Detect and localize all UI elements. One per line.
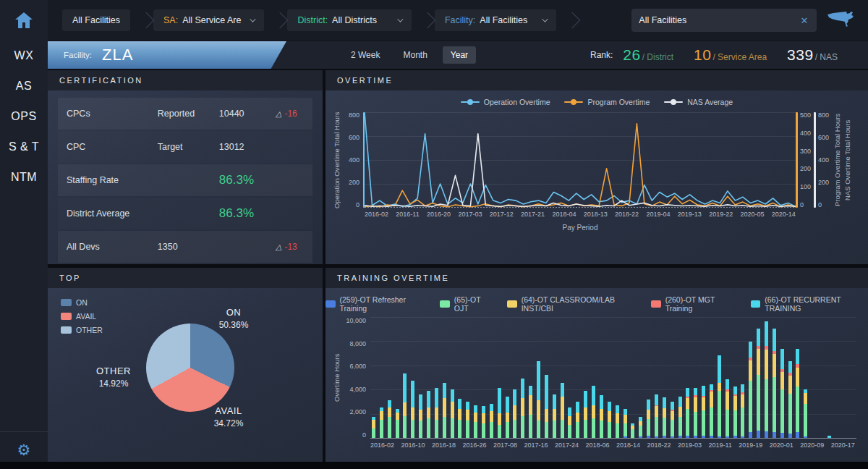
cert-metric-label: District Average <box>67 208 158 219</box>
stacked-bar <box>506 397 509 438</box>
legend-item[interactable]: (65)-OT OJT <box>440 295 493 313</box>
certification-row: District Average86.3% <box>58 198 312 229</box>
bar-segment <box>780 389 784 433</box>
certification-row: CPCsReported10440△-16 <box>58 98 312 130</box>
tab-2week[interactable]: 2 Week <box>343 46 388 64</box>
usa-map-button[interactable] <box>826 9 855 31</box>
legend-item[interactable]: NAS Average <box>664 98 733 106</box>
filter-district[interactable]: District: All Districts <box>287 9 411 31</box>
sidebar-item-ops[interactable]: OPS <box>11 110 36 123</box>
stacked-bar <box>796 349 799 438</box>
legend-label: (260)-OT MGT Training <box>665 295 736 313</box>
tab-year[interactable]: Year <box>443 46 476 64</box>
facility-banner: Facility: ZLA <box>48 41 286 69</box>
bar-segment <box>537 361 540 400</box>
certification-row: Staffing Rate86.3% <box>58 164 312 196</box>
legend-item[interactable]: (259)-OT Refresher Training <box>326 295 425 313</box>
x-axis-ticks: 2016-022016-102016-182016-262017-082017-… <box>370 441 855 449</box>
legend-item[interactable]: Operation Overtime <box>461 98 550 106</box>
bar-segment <box>513 420 516 438</box>
legend-item[interactable]: (260)-OT MGT Training <box>651 295 736 313</box>
bar-segment <box>600 395 603 408</box>
usa-map-icon <box>826 9 855 28</box>
axis-tick: 2017-08 <box>493 441 517 449</box>
bar-segment <box>796 432 799 438</box>
bar-segment <box>584 391 587 408</box>
stacked-bar <box>553 394 556 438</box>
bar-segment <box>608 402 611 411</box>
bar-segment <box>765 350 768 379</box>
stacked-bar <box>396 409 399 438</box>
axis-tick: 2018-22 <box>647 441 671 449</box>
axis-tick: 2016-11 <box>396 211 419 218</box>
bar-segment <box>726 379 729 389</box>
bar-segment <box>435 420 438 438</box>
axis-tick: 400 <box>800 130 814 136</box>
bar-segment <box>498 413 501 424</box>
filter-label: Facility: <box>445 15 475 25</box>
y-axis-label: Program Overtime Total Hours <box>832 112 842 208</box>
filter-all-facilities[interactable]: All Facilities <box>62 9 130 31</box>
cert-sub-label: Reported <box>158 109 219 119</box>
bar-segment <box>749 342 752 358</box>
certification-table: CPCsReported10440△-16CPCTarget13012Staff… <box>48 90 323 263</box>
bar-segment <box>474 405 477 413</box>
bar-segment <box>686 398 689 409</box>
cert-value: 13012 <box>219 142 276 152</box>
facility-bar: Facility: ZLA 2 Week Month Year Rank: 26… <box>48 41 868 69</box>
sidebar-item-ntm[interactable]: NTM <box>11 171 37 184</box>
certification-row: CPCTarget13012 <box>58 131 312 163</box>
settings-gear-icon[interactable]: ⚙ <box>17 442 31 457</box>
line-chart-plot <box>365 112 796 208</box>
stacked-bar <box>749 342 752 438</box>
legend-swatch-icon <box>507 300 517 308</box>
bar-segment <box>443 417 446 438</box>
axis-tick: 4,000 <box>341 386 366 393</box>
sidebar-item-st[interactable]: S & T <box>9 140 39 153</box>
stacked-bar <box>663 397 666 438</box>
bar-segment <box>678 436 682 438</box>
tab-month[interactable]: Month <box>395 46 435 64</box>
legend-item[interactable]: ON <box>61 298 103 307</box>
bar-segment <box>388 400 391 407</box>
cert-value: 86.3% <box>219 206 276 221</box>
legend-swatch-icon <box>651 300 661 308</box>
legend-swatch-icon <box>61 326 72 334</box>
y-axis-ticks: 8006004002000 <box>341 112 363 208</box>
bar-segment <box>396 420 399 438</box>
rank-nas: 339/ NAS <box>787 46 838 64</box>
axis-tick: 2018-22 <box>615 211 639 218</box>
bar-segment <box>773 354 776 377</box>
legend-item[interactable]: (66)-OT RECURRENT TRAINING <box>751 295 868 313</box>
stacked-bar <box>726 379 729 438</box>
certification-panel: CERTIFICATION CPCsReported10440△-16CPCTa… <box>48 70 323 264</box>
filter-facility[interactable]: Facility: All Facilities <box>435 9 556 31</box>
bar-segment <box>482 423 485 438</box>
delta-icon: △ <box>276 109 281 119</box>
legend-item[interactable]: (64)-OT CLASSROOM/LAB INST/CBI <box>507 295 637 313</box>
bar-segment <box>576 422 579 438</box>
axis-tick: 600 <box>818 135 832 140</box>
home-button[interactable] <box>14 12 33 32</box>
filter-value: All Facilities <box>72 15 120 25</box>
bar-segment <box>741 407 744 436</box>
bar-segment <box>655 436 658 438</box>
bar-segment <box>702 397 705 410</box>
legend-item[interactable]: AVAIL <box>61 312 103 321</box>
bar-segment <box>443 398 446 418</box>
legend-item[interactable]: Program Overtime <box>564 98 650 106</box>
stacked-bar <box>513 389 516 438</box>
cert-sub-label: Target <box>158 142 219 152</box>
bar-segment <box>718 383 721 390</box>
home-icon <box>14 12 33 29</box>
filter-service-area[interactable]: SA: All Service Are <box>153 9 264 31</box>
stacked-bar <box>411 381 414 438</box>
bar-segment <box>561 397 564 420</box>
sidebar-item-wx[interactable]: WX <box>14 49 34 62</box>
legend-item[interactable]: OTHER <box>61 326 103 334</box>
clear-search-icon[interactable]: ✕ <box>799 14 809 28</box>
sidebar-item-as[interactable]: AS <box>16 80 32 93</box>
legend-swatch-icon <box>326 300 336 308</box>
bar-segment <box>780 349 784 369</box>
facility-search-input[interactable] <box>639 15 799 25</box>
